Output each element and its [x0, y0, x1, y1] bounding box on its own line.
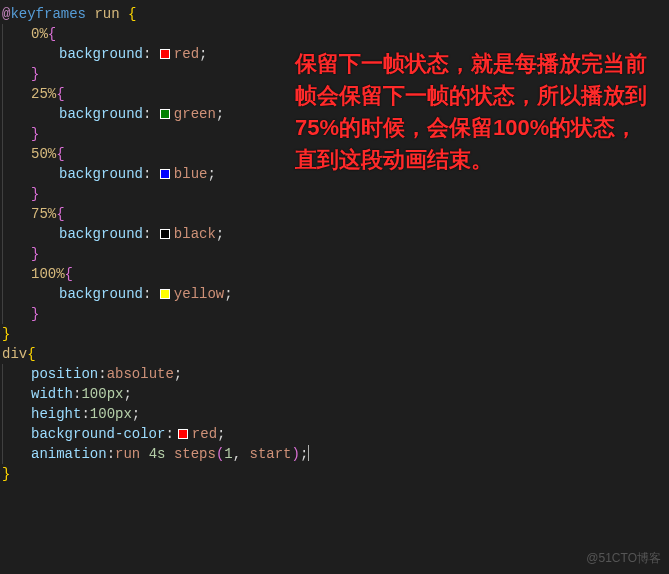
prop-background: background: [59, 286, 143, 302]
code-line: 75%{: [2, 204, 667, 224]
swatch-black: [160, 229, 170, 239]
swatch-green: [160, 109, 170, 119]
brace-close: }: [31, 66, 39, 82]
text-cursor: [308, 445, 309, 461]
kf-25: 25%: [31, 86, 56, 102]
prop-height: height: [31, 406, 81, 422]
val-absolute: absolute: [107, 366, 174, 382]
swatch-yellow: [160, 289, 170, 299]
brace-open: {: [27, 346, 35, 362]
brace-open: {: [48, 26, 56, 42]
val-run: run: [115, 446, 140, 462]
val-1: 1: [224, 446, 232, 462]
kw-keyframes: keyframes: [10, 6, 86, 22]
code-line: position:absolute;: [2, 364, 667, 384]
brace-close: }: [31, 186, 39, 202]
kf-100: 100%: [31, 266, 65, 282]
code-line: 0%{: [2, 24, 667, 44]
code-line: background: black;: [2, 224, 667, 244]
code-line: width:100px;: [2, 384, 667, 404]
code-line: }: [2, 64, 667, 84]
brace-close: }: [31, 306, 39, 322]
kf-0: 0%: [31, 26, 48, 42]
val-4s: 4s: [149, 446, 166, 462]
prop-animation: animation: [31, 446, 107, 462]
val-100px: 100px: [90, 406, 132, 422]
code-line: height:100px;: [2, 404, 667, 424]
brace-open: {: [65, 266, 73, 282]
code-line: }: [2, 124, 667, 144]
code-line: animation:run 4s steps(1, start);: [2, 444, 667, 464]
val-black: black: [174, 226, 216, 242]
brace-close: }: [31, 126, 39, 142]
code-line: }: [2, 324, 667, 344]
brace-close: }: [31, 246, 39, 262]
code-line: background: yellow;: [2, 284, 667, 304]
code-line: 25%{: [2, 84, 667, 104]
prop-background: background: [59, 46, 143, 62]
prop-position: position: [31, 366, 98, 382]
prop-background: background: [59, 226, 143, 242]
code-line: 50%{: [2, 144, 667, 164]
paren-close: ): [292, 446, 300, 462]
brace-open: {: [128, 6, 136, 22]
watermark: @51CTO博客: [586, 548, 661, 568]
val-blue: blue: [174, 166, 208, 182]
code-line: background-color:red;: [2, 424, 667, 444]
val-red: red: [174, 46, 199, 62]
code-line: }: [2, 464, 667, 484]
code-line: background: red;: [2, 44, 667, 64]
brace-close: }: [2, 466, 10, 482]
prop-background: background: [59, 166, 143, 182]
code-line: background: green;: [2, 104, 667, 124]
fn-steps: steps: [174, 446, 216, 462]
val-red: red: [192, 426, 217, 442]
brace-close: }: [2, 326, 10, 342]
val-100px: 100px: [81, 386, 123, 402]
code-line: @keyframes run {: [2, 4, 667, 24]
brace-open: {: [56, 146, 64, 162]
selector-div: div: [2, 346, 27, 362]
kf-50: 50%: [31, 146, 56, 162]
code-line: 100%{: [2, 264, 667, 284]
code-line: div{: [2, 344, 667, 364]
code-line: }: [2, 304, 667, 324]
anim-name: run: [94, 6, 119, 22]
code-line: background: blue;: [2, 164, 667, 184]
code-line: }: [2, 244, 667, 264]
kf-75: 75%: [31, 206, 56, 222]
prop-background: background: [59, 106, 143, 122]
brace-open: {: [56, 86, 64, 102]
brace-open: {: [56, 206, 64, 222]
val-start: start: [250, 446, 292, 462]
val-yellow: yellow: [174, 286, 224, 302]
prop-bgcolor: background-color: [31, 426, 165, 442]
val-green: green: [174, 106, 216, 122]
code-editor: @keyframes run { 0%{ background: red; } …: [0, 0, 669, 488]
swatch-red: [160, 49, 170, 59]
swatch-blue: [160, 169, 170, 179]
swatch-red: [178, 429, 188, 439]
code-line: }: [2, 184, 667, 204]
prop-width: width: [31, 386, 73, 402]
